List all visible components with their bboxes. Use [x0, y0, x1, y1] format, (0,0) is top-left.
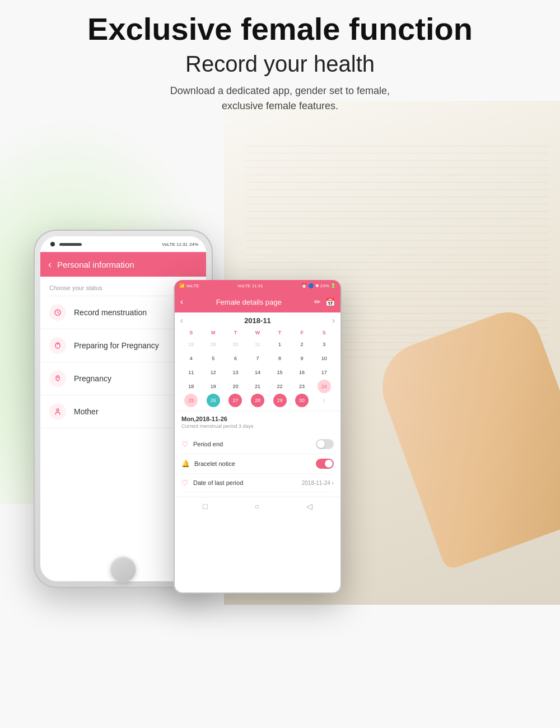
- bracelet-icon: 🔔: [181, 460, 190, 468]
- prev-month-button[interactable]: ‹: [180, 316, 183, 325]
- cal-day-15[interactable]: 15: [273, 366, 287, 379]
- description: Download a dedicated app, gender set to …: [0, 83, 560, 114]
- phone2-time: VoLTE 11:31: [237, 283, 263, 288]
- bracelet-notice-label: Bracelet notice: [194, 460, 235, 467]
- cal-day-29[interactable]: 29: [273, 394, 287, 407]
- next-month-button[interactable]: ›: [332, 316, 335, 325]
- cal-day-20[interactable]: 20: [228, 380, 242, 393]
- edit-icon[interactable]: ✏: [314, 297, 321, 306]
- cal-header-W: W: [247, 328, 269, 337]
- svg-point-3: [57, 377, 58, 378]
- cal-day-14[interactable]: 14: [251, 366, 264, 379]
- cal-day-26[interactable]: 26: [207, 394, 220, 407]
- cal-day-9[interactable]: 9: [295, 352, 309, 365]
- calendar-icon[interactable]: 📅: [325, 297, 335, 306]
- period-end-label: Period end: [193, 441, 223, 447]
- cal-day-10[interactable]: 10: [318, 352, 331, 365]
- phone1-notch: VoLTE 11:31 24%: [40, 236, 206, 252]
- period-end-icon: ♡: [181, 440, 189, 449]
- cal-day-11[interactable]: 11: [184, 366, 198, 379]
- details-date: Mon,2018-11-26: [181, 416, 334, 422]
- cal-day-7[interactable]: 7: [251, 352, 264, 365]
- menu-icon-pregnancy: [49, 370, 66, 387]
- cal-day-30-prev[interactable]: 30: [228, 338, 242, 351]
- phone1-speaker: [59, 243, 82, 246]
- cal-day-13[interactable]: 13: [228, 366, 242, 379]
- menu-label-pregnancy: Pregnancy: [74, 374, 186, 383]
- calendar-nav: ‹ 2018-11 ›: [180, 316, 335, 325]
- details-section: Mon,2018-11-26 Current menstrual period …: [175, 410, 340, 497]
- cal-day-1[interactable]: 1: [273, 338, 287, 351]
- phone2-header: ‹ Female details page ✏ 📅: [175, 291, 340, 312]
- cal-header-T1: T: [225, 328, 246, 337]
- cal-header-S1: S: [180, 328, 202, 337]
- phone1-status: VoLTE 11:31 24%: [162, 242, 198, 247]
- cal-day-4[interactable]: 4: [184, 352, 198, 365]
- nav-circle-icon[interactable]: ○: [254, 502, 259, 511]
- menu-label-mother: Mother: [74, 407, 186, 416]
- phone2-status-bar: 📶 VoLTE VoLTE 11:31 ⏰ 🔵 ✱ 24% 🔋: [175, 280, 340, 291]
- cal-day-25[interactable]: 25: [184, 394, 198, 407]
- calendar: ‹ 2018-11 › S M T W T F S 28 29 30 31 1 …: [175, 312, 340, 410]
- nav-back-icon[interactable]: ◁: [306, 502, 312, 511]
- last-period-value: 2018-11-24 ›: [302, 480, 334, 486]
- phone2-bottom-nav: □ ○ ◁: [175, 497, 340, 515]
- cal-day-19[interactable]: 19: [207, 380, 220, 393]
- phone1-back-arrow[interactable]: ‹: [48, 259, 52, 270]
- cal-day-30[interactable]: 30: [295, 394, 309, 407]
- cal-day-28-prev[interactable]: 28: [184, 338, 198, 351]
- phone1-header-bar: ‹ Personal information: [40, 252, 206, 277]
- phone2: 📶 VoLTE VoLTE 11:31 ⏰ 🔵 ✱ 24% 🔋 ‹ Female…: [174, 280, 342, 594]
- svg-point-2: [57, 343, 59, 345]
- calendar-grid: S M T W T F S 28 29 30 31 1 2 3 4 5 6 7: [180, 328, 335, 407]
- cal-day-22[interactable]: 22: [273, 380, 287, 393]
- period-end-toggle[interactable]: [316, 439, 334, 449]
- bracelet-notice-toggle[interactable]: [316, 459, 334, 469]
- last-period-icon: ♡: [181, 478, 189, 487]
- cal-header-T2: T: [269, 328, 291, 337]
- last-period-label: Date of last period: [193, 479, 243, 486]
- phone2-header-icons: ✏ 📅: [314, 297, 335, 306]
- cal-day-28[interactable]: 28: [251, 394, 264, 407]
- phone1-status-text: VoLTE 11:31: [162, 242, 188, 247]
- cal-day-27[interactable]: 27: [228, 394, 242, 407]
- phone1-home-button[interactable]: [110, 557, 136, 582]
- cal-header-S2: S: [313, 328, 335, 337]
- cal-day-1-next[interactable]: 1: [318, 394, 331, 407]
- period-end-row: ♡ Period end: [181, 435, 334, 454]
- cal-day-3[interactable]: 3: [318, 338, 331, 351]
- cal-day-21[interactable]: 21: [251, 380, 264, 393]
- menu-label-menstruation: Record menstruation: [74, 308, 186, 317]
- cal-day-18[interactable]: 18: [184, 380, 198, 393]
- main-title: Exclusive female function: [0, 11, 560, 47]
- cal-day-2[interactable]: 2: [295, 338, 309, 351]
- cal-day-29-prev[interactable]: 29: [207, 338, 220, 351]
- menu-icon-menstruation: [49, 304, 66, 321]
- phone1-header-title: Personal information: [57, 260, 134, 269]
- cal-header-F: F: [291, 328, 313, 337]
- phone1-camera: [50, 242, 55, 246]
- cal-day-6[interactable]: 6: [228, 352, 242, 365]
- nav-square-icon[interactable]: □: [203, 502, 207, 511]
- cal-day-12[interactable]: 12: [207, 366, 220, 379]
- phone2-back-arrow[interactable]: ‹: [180, 297, 183, 307]
- cal-day-8[interactable]: 8: [273, 352, 287, 365]
- cal-day-31-prev[interactable]: 31: [251, 338, 264, 351]
- menu-label-pregnancy-prep: Preparing for Pregnancy: [74, 341, 186, 350]
- header: Exclusive female function Record your he…: [0, 11, 560, 114]
- cal-day-5[interactable]: 5: [207, 352, 220, 365]
- calendar-month: 2018-11: [244, 316, 271, 325]
- cal-day-17[interactable]: 17: [318, 366, 331, 379]
- cal-day-23[interactable]: 23: [295, 380, 309, 393]
- phone2-status-left: 📶 VoLTE: [179, 283, 199, 288]
- cal-day-16[interactable]: 16: [295, 366, 309, 379]
- last-period-row[interactable]: ♡ Date of last period 2018-11-24 ›: [181, 474, 334, 492]
- bracelet-notice-left: 🔔 Bracelet notice: [181, 460, 235, 468]
- cal-header-M: M: [203, 328, 225, 337]
- details-period-sub: Current menstrual period 3 days: [181, 423, 334, 429]
- svg-point-4: [57, 409, 59, 411]
- phone2-battery-icons: ⏰ 🔵 ✱ 24% 🔋: [301, 283, 336, 288]
- last-period-left: ♡ Date of last period: [181, 478, 243, 487]
- menu-icon-mother: [49, 403, 66, 420]
- cal-day-24[interactable]: 24: [318, 380, 331, 393]
